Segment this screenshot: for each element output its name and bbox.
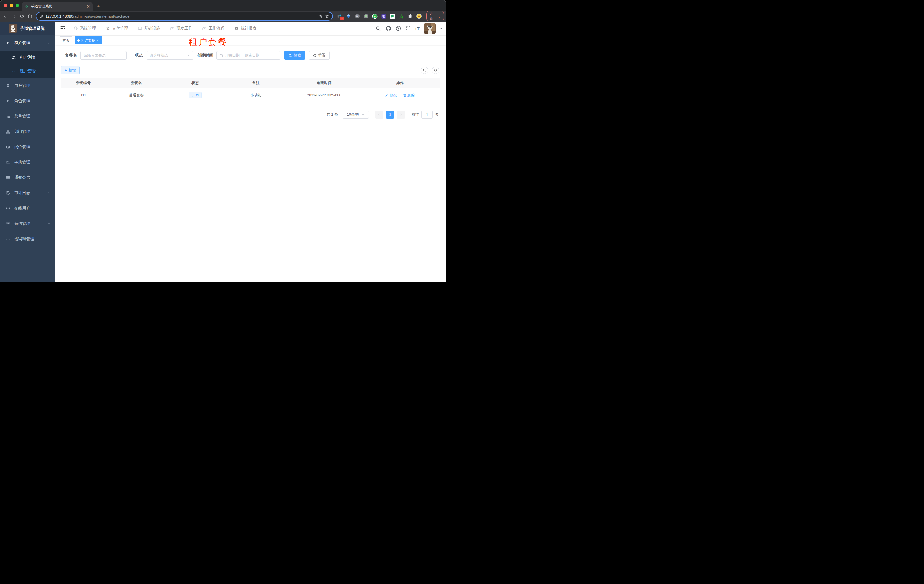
tag-close-icon[interactable]: ×: [97, 38, 99, 42]
extension-shield-icon[interactable]: [381, 13, 387, 19]
name-label: 套餐名: [65, 53, 77, 58]
update-label: 更新: [429, 11, 436, 21]
tab-close-icon[interactable]: ✕: [86, 4, 90, 9]
user-icon: [6, 83, 10, 88]
help-icon[interactable]: [396, 26, 401, 31]
main-area: 租户套餐 系统管理 ¥ 支付管理: [56, 21, 446, 282]
badge-icon: [6, 145, 10, 149]
topnav-item-system[interactable]: 系统管理: [70, 21, 99, 35]
extension-gem-icon[interactable]: [346, 13, 351, 19]
minimize-window-button[interactable]: [10, 4, 13, 7]
window-controls: [4, 4, 19, 7]
sidebar-item-online-users[interactable]: 在线用户: [0, 201, 56, 216]
sidebar-item-error-code[interactable]: 错误码管理: [0, 232, 56, 247]
topnav-item-infra[interactable]: 基础设施: [134, 21, 163, 35]
new-tab-button[interactable]: +: [97, 3, 100, 9]
pagination: 共 1 条 10条/页 1 前往: [61, 110, 440, 118]
font-size-icon[interactable]: tT: [415, 26, 420, 31]
profile-smiley-avatar[interactable]: [416, 13, 422, 19]
search-form: 套餐名 状态 请选择状态 创建时间: [65, 51, 440, 60]
sidebar-item-tenant-package[interactable]: 租户套餐: [0, 64, 56, 78]
home-icon[interactable]: [26, 13, 33, 20]
menu-fold-icon[interactable]: [60, 25, 66, 31]
extension-command-icon[interactable]: ⌘: [355, 13, 360, 19]
refresh-table-button[interactable]: [432, 67, 439, 74]
prev-page-button[interactable]: [375, 110, 383, 118]
refresh-icon: [313, 54, 317, 58]
sidebar-item-dict-mgmt[interactable]: 字典管理: [0, 155, 56, 170]
chevron-down-icon: [48, 222, 51, 225]
forward-icon[interactable]: [10, 13, 17, 20]
sidebar-item-tenant-list[interactable]: 租户列表: [0, 51, 56, 64]
start-date-placeholder[interactable]: 开始日期: [225, 53, 239, 58]
bookmark-star-icon[interactable]: [325, 14, 330, 18]
extension-star-icon[interactable]: [399, 13, 404, 19]
extensions-puzzle-icon[interactable]: [408, 13, 413, 19]
zoom-window-button[interactable]: [16, 4, 19, 7]
sidebar-item-tenant-group[interactable]: 租户管理: [0, 35, 56, 51]
search-button[interactable]: 搜索: [284, 51, 305, 60]
fullscreen-icon[interactable]: [405, 26, 411, 31]
sidebar-item-sms-mgmt[interactable]: 短信管理: [0, 216, 56, 232]
add-button[interactable]: + 新增: [61, 66, 80, 74]
topnav-item-workflow[interactable]: 工作流程: [198, 21, 228, 35]
topnav-items: 系统管理 ¥ 支付管理 基础设施: [70, 21, 260, 35]
tag-home[interactable]: 首页: [60, 36, 72, 44]
edit-button[interactable]: 修改: [385, 93, 397, 98]
sidebar-item-dept-mgmt[interactable]: 部门管理: [0, 124, 56, 139]
topnav-item-report[interactable]: 统计报表: [231, 21, 260, 35]
chevron-down-icon: [361, 113, 365, 116]
gauge-icon: [234, 26, 239, 31]
extension-chat-icon[interactable]: [390, 13, 396, 19]
end-date-placeholder[interactable]: 结束日期: [245, 53, 259, 58]
col-header-created: 创建时间: [288, 81, 360, 86]
user-avatar[interactable]: [424, 23, 436, 34]
chrome-update-button[interactable]: 更新 ⋮: [426, 10, 444, 23]
package-name-input[interactable]: [80, 51, 127, 60]
goto-page-input[interactable]: [421, 110, 433, 118]
browser-tab[interactable]: 芋道管理系统 ✕: [21, 2, 93, 11]
sidebar-logo[interactable]: 芋道管理系统: [0, 21, 56, 35]
top-navbar: 系统管理 ¥ 支付管理 基础设施: [56, 21, 446, 36]
extension-diamond-icon[interactable]: 10: [337, 13, 343, 19]
toggle-search-button[interactable]: [421, 67, 428, 74]
extension-dot-icon[interactable]: [363, 13, 369, 19]
share-icon[interactable]: [318, 14, 323, 18]
extension-y-icon[interactable]: y: [372, 13, 378, 19]
search-icon[interactable]: [376, 26, 381, 31]
avatar-caret-icon[interactable]: [440, 28, 443, 29]
page-size-select[interactable]: 10条/页: [343, 110, 369, 118]
topnav-item-devtool[interactable]: 研发工具: [167, 21, 196, 35]
topnav-item-pay[interactable]: ¥ 支付管理: [102, 21, 132, 35]
status-badge[interactable]: 开启: [189, 92, 202, 99]
reload-icon[interactable]: [18, 13, 25, 20]
close-window-button[interactable]: [4, 4, 7, 7]
reset-button[interactable]: 重置: [309, 51, 330, 60]
col-header-remark: 备注: [224, 81, 288, 86]
url-bar[interactable]: 127.0.0.1:48080/admin-ui/system/tenant/p…: [36, 12, 333, 21]
delete-button[interactable]: 删除: [403, 93, 415, 98]
sidebar-item-audit-log[interactable]: 审计日志: [0, 185, 56, 201]
chevron-down-icon: [48, 191, 51, 195]
svg-text:y: y: [374, 15, 376, 18]
sidebar-item-user-mgmt[interactable]: 用户管理: [0, 78, 56, 93]
chrome-menu-icon[interactable]: ⋮: [437, 14, 441, 18]
next-page-button[interactable]: [397, 110, 405, 118]
date-range-picker[interactable]: 开始日期 - 结束日期: [216, 51, 280, 60]
tag-tenant-package[interactable]: 租户套餐 ×: [74, 36, 102, 44]
current-page-button[interactable]: 1: [386, 110, 394, 118]
status-select[interactable]: 请选择状态: [147, 51, 193, 60]
sidebar-item-post-mgmt[interactable]: 岗位管理: [0, 139, 56, 155]
cell-id: 111: [61, 93, 106, 97]
sidebar-item-menu-mgmt[interactable]: 菜单管理: [0, 109, 56, 124]
github-icon[interactable]: [386, 26, 391, 31]
cell-status: 开启: [167, 92, 224, 99]
table-row: 111 普通套餐 开启 小功能 2022-02-22 00:54:00 修改: [61, 89, 440, 102]
sidebar-item-role-mgmt[interactable]: 角色管理: [0, 93, 56, 109]
col-header-id: 套餐编号: [61, 81, 106, 86]
back-icon[interactable]: [2, 13, 9, 20]
site-info-icon[interactable]: [39, 14, 43, 18]
code-icon: [6, 237, 10, 242]
sidebar-item-notice[interactable]: 通知公告: [0, 170, 56, 185]
users-icon: [6, 99, 10, 103]
